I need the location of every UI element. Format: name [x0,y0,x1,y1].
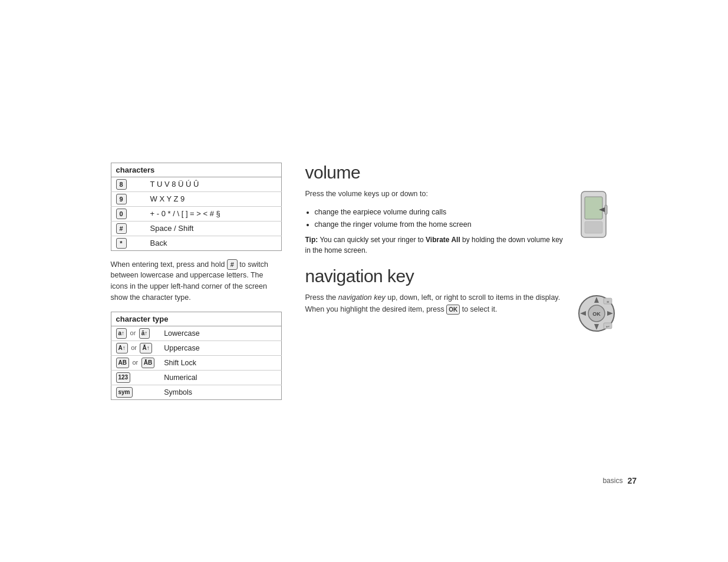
nav-key-section: Press the navigation key up, down, left,… [305,292,618,335]
svg-rect-2 [585,222,602,233]
volume-title: volume [305,163,618,183]
svg-text:OK: OK [592,311,601,317]
key-cell: # [111,221,146,236]
table-row: 123 Numerical [111,370,281,385]
volume-bullets: change the earpiece volume during calls … [315,207,565,230]
svg-text:≡: ≡ [606,300,608,304]
lowercase-icon-2: ā↑ [139,328,150,339]
left-column: characters 8 T U V 8 Ü Ú Û 9 W X Y Z 9 0… [111,163,282,400]
tip-text: You can quickly set your ringer to [318,236,426,244]
value-cell: Back [146,236,281,250]
label-cell: Numerical [159,370,281,385]
character-type-header: character type [111,312,281,326]
uppercase-icon-1: A↑ [116,343,128,353]
shiftlock-icon-1: AB [116,358,129,368]
nav-key-body: Press the navigation key up, down, left,… [305,292,569,315]
volume-section: Press the volume keys up or down to: cha… [305,189,618,256]
label-cell: Uppercase [159,340,281,355]
label-cell: Symbols [159,385,281,399]
svg-rect-3 [605,205,607,214]
nav-key-illustration: OK ≡ ↩ [575,292,618,335]
character-type-table: character type a↑ or ā↑ Lowercase [111,312,282,400]
characters-table: characters 8 T U V 8 Ü Ú Û 9 W X Y Z 9 0… [111,163,282,251]
uppercase-icon-2: Ā↑ [140,343,151,353]
value-cell: + - 0 * / \ [ ] = > < # § [146,206,281,221]
nav-text1: Press the [305,293,338,302]
icon-cell: a↑ or ā↑ [111,326,159,340]
key-cell: * [111,236,146,250]
page: characters 8 T U V 8 Ü Ú Û 9 W X Y Z 9 0… [0,0,728,562]
list-item: change the earpiece volume during calls [315,207,565,218]
key-cell: 9 [111,191,146,206]
nav-key-title: navigation key [305,266,618,286]
table-row: * Back [111,236,281,250]
hash-key-inline: # [227,259,238,270]
table-row: a↑ or ā↑ Lowercase [111,326,281,340]
page-footer: basics 27 [602,476,637,485]
page-number: 27 [627,476,637,485]
nav-italic: navigation key [338,293,386,302]
lowercase-icon-1: a↑ [116,328,127,339]
svg-rect-1 [585,197,602,219]
table-row: 9 W X Y Z 9 [111,191,281,206]
list-item: change the ringer volume from the home s… [315,219,565,230]
icon-cell: AB or ĀB [111,355,159,370]
tip-label: Tip: [305,236,318,244]
nav-key-text: Press the navigation key up, down, left,… [305,292,569,322]
key-icon-hash: # [116,223,127,234]
icon-cell: A↑ or Ā↑ [111,340,159,355]
table-row: # Space / Shift [111,221,281,236]
key-icon-9: 9 [116,194,127,204]
icon-cell: sym [111,385,159,399]
nav-svg: OK ≡ ↩ [575,292,618,335]
numerical-icon: 123 [116,372,131,383]
key-cell: 0 [111,206,146,221]
key-icon-8: 8 [116,179,127,190]
key-icon-star: * [116,238,127,249]
right-column: volume Press the volume keys up or down … [305,163,618,346]
shiftlock-icon-2: ĀB [141,358,154,368]
phone-illustration [571,189,618,247]
volume-intro: Press the volume keys up or down to: [305,189,565,200]
key-cell: 8 [111,177,146,191]
icon-cell: 123 [111,370,159,385]
nav-text3: to select it. [460,305,497,313]
label-cell: Lowercase [159,326,281,340]
volume-text: Press the volume keys up or down to: cha… [305,189,565,256]
table-row: 8 T U V 8 Ü Ú Û [111,177,281,191]
value-cell: T U V 8 Ü Ú Û [146,177,281,191]
phone-svg [571,189,618,247]
table-row: A↑ or Ā↑ Uppercase [111,340,281,355]
value-cell: W X Y Z 9 [146,191,281,206]
value-cell: Space / Shift [146,221,281,236]
content-area: characters 8 T U V 8 Ü Ú Û 9 W X Y Z 9 0… [111,163,618,400]
description-text: When entering text, press and hold # to … [111,259,282,303]
ok-icon: OK [446,305,460,315]
svg-text:↩: ↩ [606,325,610,329]
characters-table-header: characters [111,163,281,177]
key-icon-0: 0 [116,209,127,219]
tip-vibrate: Vibrate All [426,236,460,244]
table-row: AB or ĀB Shift Lock [111,355,281,370]
footer-section: basics [602,477,622,485]
symbols-icon: sym [116,387,133,398]
tip-block: Tip: You can quickly set your ringer to … [305,234,565,256]
table-row: 0 + - 0 * / \ [ ] = > < # § [111,206,281,221]
table-row: sym Symbols [111,385,281,399]
label-cell: Shift Lock [159,355,281,370]
